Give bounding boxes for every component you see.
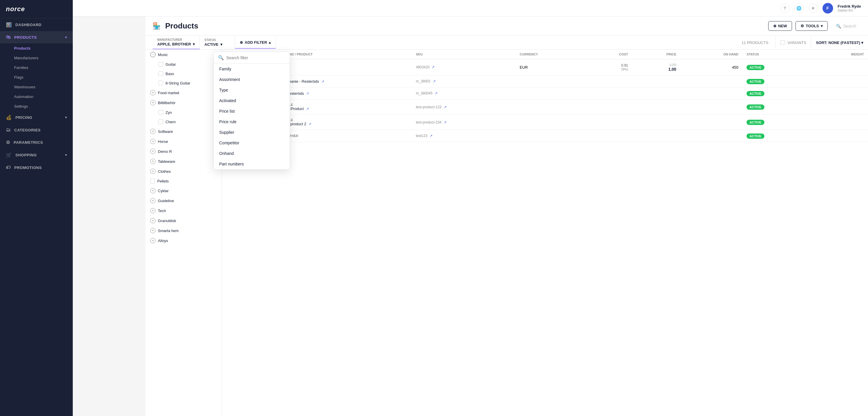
external-link-icon[interactable]: ↗ — [444, 120, 446, 124]
table-row[interactable]: APPLE Test-Product ↗ test-product-123 ↗ … — [222, 99, 868, 115]
category-item-guideline[interactable]: +Guideline — [146, 196, 221, 206]
filter-option[interactable]: Activated — [214, 95, 290, 106]
avatar[interactable]: F — [823, 3, 833, 13]
sidebar-sub-products[interactable]: Products — [0, 43, 73, 53]
category-label: Guitar — [165, 62, 176, 67]
search-box[interactable]: 🔍 Search — [831, 22, 861, 31]
category-item-guitar[interactable]: Guitar — [146, 60, 221, 69]
row-weight — [812, 115, 868, 130]
filter-option[interactable]: Part numbers — [214, 159, 290, 169]
row-product — [278, 59, 412, 75]
dashboard-icon: 📊 — [6, 22, 12, 28]
category-item-tableware[interactable]: +Tableware — [146, 156, 221, 166]
sidebar-item-products[interactable]: 🛍 PRODUCTS ▾ — [0, 31, 73, 43]
sidebar-item-shopping[interactable]: 🛒 SHOPPING ▾ — [0, 149, 73, 161]
topbar: ? 🌐 ✕ F Fredrik Ryde Zephyr EU — [73, 0, 868, 17]
category-item-clothes[interactable]: +Clothes — [146, 166, 221, 176]
pricing-icon: 💰 — [6, 115, 12, 120]
filter-search-box[interactable]: 🔍 — [214, 52, 290, 64]
variants-toggle[interactable]: VARIANTS — [775, 37, 811, 49]
sidebar-item-categories[interactable]: 🗂 CATEGORIES — [0, 124, 73, 136]
external-link-icon[interactable]: ↗ — [308, 122, 311, 126]
category-item-zyn[interactable]: Zyn — [146, 108, 221, 117]
category-label: Tech — [158, 209, 166, 213]
row-onhand — [681, 115, 743, 130]
category-item-granuldisk[interactable]: +Granuldisk — [146, 216, 221, 226]
filter-search-input[interactable] — [226, 56, 285, 60]
category-item-music[interactable]: −Music — [146, 50, 221, 60]
category-item-pellets[interactable]: Pellets — [146, 176, 221, 186]
category-item-software[interactable]: +Software — [146, 126, 221, 136]
help-icon[interactable]: ? — [780, 3, 789, 13]
expand-icon: + — [150, 188, 156, 193]
filter-option[interactable]: Onhand — [214, 148, 290, 159]
row-sku: m_380045 ↗ — [412, 88, 516, 99]
external-link-icon[interactable]: ↗ — [430, 134, 433, 138]
category-item-chem[interactable]: Chem — [146, 117, 221, 126]
cat-checkbox[interactable] — [158, 110, 163, 115]
close-icon[interactable]: ✕ — [808, 3, 818, 13]
add-filter-button[interactable]: ⊕ ADD FILTER ▴ — [235, 37, 276, 49]
filter-option[interactable]: Price rule — [214, 117, 290, 127]
external-link-icon[interactable]: ↗ — [306, 107, 309, 111]
sidebar-item-parametrics[interactable]: ⚙ PARAMETRICS — [0, 136, 73, 149]
sidebar-sub-families[interactable]: Families — [0, 63, 73, 72]
external-link-icon[interactable]: ↗ — [444, 105, 446, 109]
filter-option[interactable]: Type — [214, 85, 290, 95]
sidebar-sub-automation[interactable]: Automation — [0, 92, 73, 101]
sidebar-sub-warehouses[interactable]: Warehouses — [0, 82, 73, 92]
category-item-biltillbehor[interactable]: +Biltillbehör — [146, 98, 221, 108]
category-item-horse[interactable]: +Horse — [146, 136, 221, 147]
category-item-cyklar[interactable]: +Cyklar — [146, 186, 221, 196]
category-item-8-string-guitar[interactable]: 8-String Guitar — [146, 78, 221, 88]
sidebar-sub-settings[interactable]: Settings — [0, 101, 73, 111]
sidebar-sub-flags[interactable]: Flags — [0, 72, 73, 82]
filter-option[interactable]: Competitor — [214, 137, 290, 148]
new-button[interactable]: ⊕ NEW — [768, 21, 792, 31]
cat-checkbox[interactable] — [158, 71, 163, 76]
chevron-down-icon: ▾ — [65, 116, 67, 119]
sidebar-sub-manufacturers[interactable]: Manufacturers — [0, 53, 73, 63]
category-item-demo-r[interactable]: +Demo R — [146, 147, 221, 156]
table-row[interactable]: BROTHER test123 ↗ ACTIVE — [222, 130, 868, 142]
filter-option[interactable]: Price list — [214, 106, 290, 117]
filter-option[interactable]: Assortment — [214, 74, 290, 85]
category-item-smarta-hem[interactable]: +Smarta hem — [146, 226, 221, 235]
tools-button[interactable]: ⚙ TOOLS ▾ — [796, 21, 828, 31]
chevron-down-icon: ▾ — [65, 35, 67, 39]
row-onhand — [681, 130, 743, 142]
filter-option[interactable]: Family — [214, 64, 290, 74]
category-item-tech[interactable]: +Tech — [146, 206, 221, 216]
external-link-icon[interactable]: ↗ — [306, 92, 309, 96]
language-icon[interactable]: 🌐 — [794, 3, 804, 13]
collapse-icon: − — [150, 52, 156, 57]
sort-button[interactable]: SORT: NONE (FASTEST) ▾ — [811, 37, 868, 49]
products-icon: 🛍 — [6, 35, 11, 40]
variants-checkbox[interactable] — [780, 40, 785, 45]
col-currency: Currency — [516, 50, 586, 59]
sidebar-item-promotions[interactable]: 🏷 PROMOTIONS — [0, 161, 73, 174]
category-item-alloys[interactable]: +Alloys — [146, 235, 221, 246]
sidebar-item-pricing[interactable]: 💰 PRICING ▾ — [0, 111, 73, 124]
external-link-icon[interactable]: ↗ — [433, 79, 436, 83]
sidebar-item-dashboard[interactable]: 📊 DASHBOARD — [0, 19, 73, 31]
category-item-bass[interactable]: Bass — [146, 69, 221, 78]
external-link-icon[interactable]: ↗ — [321, 79, 324, 84]
status-filter[interactable]: STATUS ACTIVE ▾ — [200, 36, 235, 49]
external-link-icon[interactable]: ↗ — [432, 65, 435, 69]
category-item-food-market[interactable]: +Food market — [146, 88, 221, 98]
table-row[interactable]: APPLE Test product 2 ↗ test-product-234 … — [222, 115, 868, 130]
cat-checkbox[interactable] — [158, 119, 163, 124]
table-row[interactable]: l - Resteröds ↗ m_380045 ↗ ACTIVE — [222, 88, 868, 99]
cat-checkbox[interactable] — [158, 81, 163, 85]
row-cost — [586, 115, 632, 130]
external-link-icon[interactable]: ↗ — [435, 91, 437, 95]
filter-option[interactable]: Supplier — [214, 127, 290, 137]
table-row[interactable]: 4903420 ↗ EUR 0.91 (9%) 1.03 1.00 450 AC… — [222, 59, 868, 75]
cat-checkbox[interactable] — [158, 62, 163, 67]
cat-checkbox[interactable] — [150, 179, 155, 183]
table-row[interactable]: ortbeanie - Resteröds ↗ m_38002 ↗ ACTIVE — [222, 75, 868, 88]
manufacturer-filter[interactable]: MANUFACTURER APPLE, BROTHER ▾ — [153, 36, 200, 49]
row-status: ACTIVE — [742, 88, 812, 99]
row-status: ACTIVE — [742, 99, 812, 115]
